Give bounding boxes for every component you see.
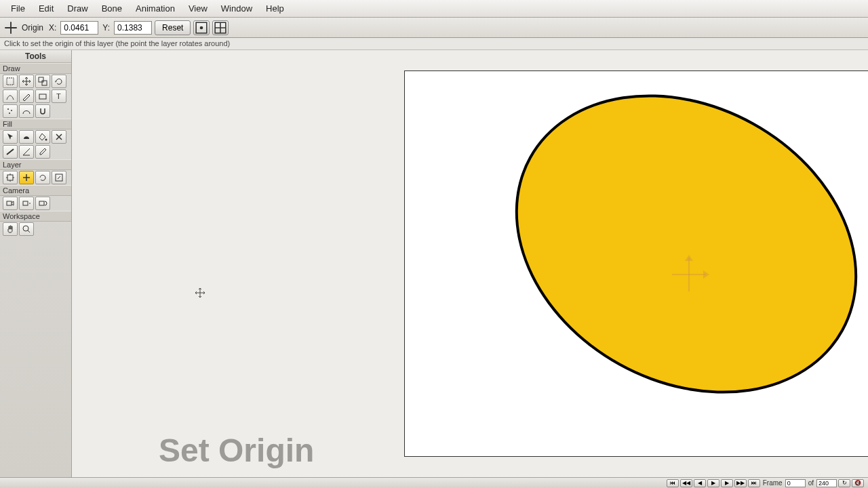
frame-forward-button[interactable]: ▶ (721, 479, 733, 487)
loop-button[interactable]: ↻ (838, 479, 850, 487)
group-workspace-label: Workspace (0, 211, 71, 222)
options-bar: Origin X: Y: Reset (0, 18, 868, 38)
origin-y-input[interactable] (114, 21, 152, 35)
hide-edge-tool[interactable] (19, 145, 34, 159)
delete-shape-tool[interactable] (52, 130, 66, 144)
origin-tool-icon (4, 21, 18, 35)
shape-tool[interactable] (35, 89, 50, 103)
svg-rect-6 (39, 94, 46, 99)
rotate-tool[interactable] (52, 75, 66, 88)
svg-point-9 (11, 110, 12, 111)
menu-bar: File Edit Draw Bone Animation View Windo… (0, 0, 868, 18)
frame-back-button[interactable]: ◀ (694, 479, 706, 487)
frame-input[interactable] (785, 479, 806, 487)
scale-layer-tool[interactable] (52, 171, 66, 184)
eyedropper-tool[interactable] (35, 145, 50, 159)
menu-window[interactable]: Window (214, 1, 259, 16)
move-cursor-icon (195, 287, 205, 298)
menu-animation[interactable]: Animation (129, 1, 182, 16)
tools-title: Tools (0, 50, 71, 63)
play-button[interactable]: ▶ (707, 479, 719, 487)
freehand-tool[interactable] (19, 89, 34, 103)
select-tool[interactable] (3, 75, 18, 88)
rewind-button[interactable]: ⏮ (667, 479, 679, 487)
curvature-tool[interactable] (19, 104, 34, 118)
scale-tool[interactable] (35, 75, 50, 88)
origin-x-input[interactable] (60, 21, 98, 35)
group-fill-label: Fill (0, 119, 71, 129)
y-label: Y: (102, 23, 110, 33)
svg-rect-14 (7, 201, 12, 205)
menu-help[interactable]: Help (259, 1, 291, 16)
frame-label: Frame (763, 479, 783, 487)
step-forward-button[interactable]: ▶▶ (734, 479, 747, 487)
group-draw-label: Draw (0, 63, 71, 74)
svg-rect-3 (7, 78, 14, 85)
menu-bone[interactable]: Bone (95, 1, 129, 16)
of-label: of (808, 479, 814, 487)
overlay-caption: Set Origin (159, 432, 314, 469)
svg-rect-12 (7, 175, 13, 180)
svg-point-10 (9, 113, 10, 114)
zoom-camera-tool[interactable] (19, 197, 34, 210)
scatter-tool[interactable] (3, 104, 18, 118)
svg-point-1 (200, 26, 203, 29)
menu-file[interactable]: File (4, 1, 32, 16)
translate-tool[interactable] (19, 75, 34, 88)
canvas-area[interactable]: Set Origin (72, 50, 868, 477)
menu-view[interactable]: View (182, 1, 214, 16)
paint-bucket-tool[interactable] (35, 130, 50, 144)
center-icon (194, 20, 209, 35)
crosshair-icon (213, 20, 228, 35)
svg-point-11 (45, 139, 47, 141)
create-shape-tool[interactable] (19, 130, 34, 144)
svg-point-17 (23, 226, 28, 231)
svg-rect-5 (42, 81, 47, 85)
menu-edit[interactable]: Edit (32, 1, 60, 16)
pan-workspace-tool[interactable] (3, 222, 18, 236)
group-layer-label: Layer (0, 159, 71, 170)
menu-draw[interactable]: Draw (60, 1, 94, 16)
svg-point-8 (7, 108, 9, 110)
tools-panel: Tools Draw T Fill (0, 50, 72, 477)
step-back-button[interactable]: ◀◀ (680, 479, 692, 487)
select-shape-tool[interactable] (3, 130, 18, 144)
svg-rect-15 (23, 201, 28, 205)
track-camera-tool[interactable] (3, 197, 18, 210)
roll-camera-tool[interactable] (35, 197, 50, 210)
text-tool[interactable]: T (52, 89, 66, 103)
mute-button[interactable]: 🔇 (852, 479, 864, 487)
magnet-tool[interactable] (35, 104, 50, 118)
hint-bar: Click to set the origin of this layer (t… (0, 38, 868, 50)
translate-layer-tool[interactable] (3, 171, 18, 184)
show-origin-button[interactable] (212, 20, 229, 35)
rotate-layer-tool[interactable] (35, 171, 50, 184)
reset-button[interactable]: Reset (155, 20, 191, 35)
end-button[interactable]: ⏭ (748, 479, 760, 487)
stage (404, 70, 868, 457)
group-camera-label: Camera (0, 185, 71, 196)
zoom-workspace-tool[interactable] (19, 222, 34, 236)
svg-rect-16 (39, 201, 44, 205)
x-label: X: (49, 23, 56, 33)
tool-name-label: Origin (22, 23, 43, 33)
set-origin-tool[interactable] (19, 171, 34, 184)
svg-text:T: T (56, 92, 61, 100)
center-origin-button[interactable] (193, 20, 210, 35)
ellipse-shape[interactable] (462, 50, 868, 453)
add-point-tool[interactable] (3, 89, 18, 103)
line-width-tool[interactable] (3, 145, 18, 159)
svg-rect-4 (39, 77, 43, 82)
total-frames-input[interactable] (816, 479, 837, 487)
timeline-bar: ⏮ ◀◀ ◀ ▶ ▶ ▶▶ ⏭ Frame of ↻ 🔇 (0, 477, 868, 488)
